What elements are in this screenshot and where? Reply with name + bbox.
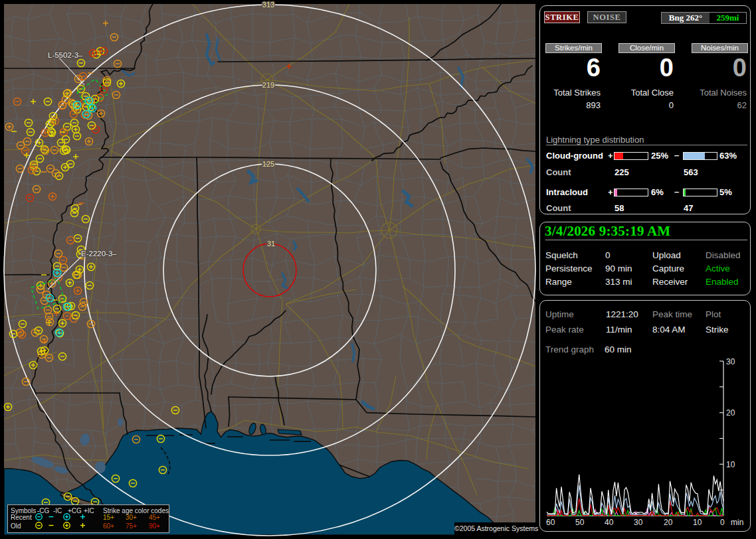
svg-text:30: 30 bbox=[634, 518, 643, 527]
svg-text:60: 60 bbox=[546, 518, 555, 527]
svg-text:30: 30 bbox=[726, 357, 735, 366]
svg-text:125: 125 bbox=[262, 160, 274, 168]
svg-text:10: 10 bbox=[693, 518, 702, 527]
svg-text:20: 20 bbox=[664, 518, 673, 527]
svg-text:40: 40 bbox=[605, 518, 614, 527]
svg-text:10: 10 bbox=[726, 460, 735, 469]
svg-text:219: 219 bbox=[262, 81, 274, 89]
svg-text:20: 20 bbox=[726, 408, 735, 418]
svg-text:31: 31 bbox=[267, 240, 275, 248]
svg-text:L-5502-3–: L-5502-3– bbox=[48, 51, 83, 59]
svg-text:min: min bbox=[731, 518, 743, 527]
svg-text:0: 0 bbox=[720, 518, 725, 527]
svg-text:313: 313 bbox=[262, 1, 274, 9]
svg-text:50: 50 bbox=[575, 518, 585, 527]
svg-text:E-2220-3–: E-2220-3– bbox=[81, 250, 117, 258]
